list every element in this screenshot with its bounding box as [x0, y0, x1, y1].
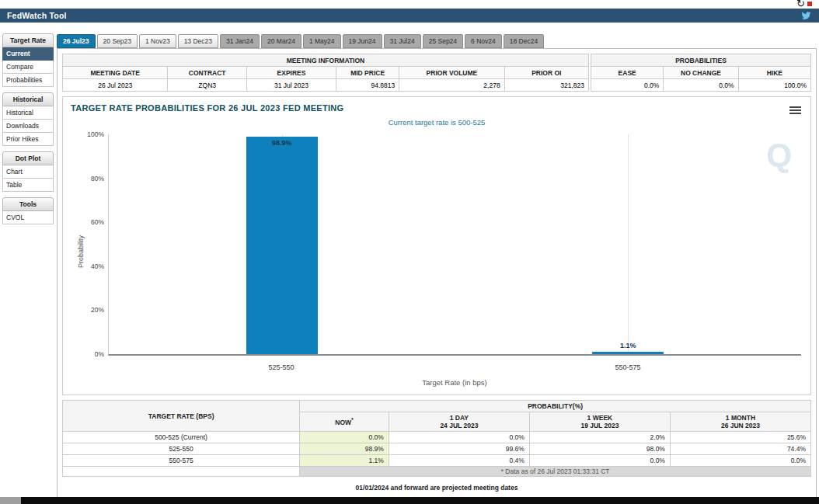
month-cell: 25.6%: [670, 432, 810, 443]
notification-badge: [807, 2, 812, 6]
sidebar-header-tools: Tools: [2, 197, 54, 211]
chart-menu-icon[interactable]: [788, 103, 803, 117]
week-cell: 2.0%: [529, 432, 670, 443]
x-category-525-550: 525-550: [108, 363, 455, 371]
tab-31-jan24[interactable]: 31 Jan24: [220, 34, 260, 48]
day-cell: 99.6%: [389, 443, 529, 455]
bottom-strip: [21, 497, 819, 504]
category-gridline: [628, 134, 629, 354]
sidebar-item-cvol[interactable]: CVOL: [2, 211, 54, 224]
data-as-of-footnote: * Data as of 26 Jul 2023 01:33:31 CT: [300, 467, 811, 477]
mid-price-value: 94.8813: [336, 79, 399, 92]
col-no-change: NO CHANGE: [664, 67, 738, 79]
week-cell: 98.0%: [529, 443, 670, 455]
sidebar-header-historical: Historical: [2, 92, 54, 106]
prior-oi-value: 321,823: [504, 79, 588, 92]
col-1-day: 1 DAY24 JUL 2023: [389, 412, 529, 432]
x-axis-label: Target Rate (in bps): [108, 378, 801, 387]
probability-chart: TARGET RATE PROBABILITIES FOR 26 JUL 202…: [62, 96, 811, 395]
titlebar: FedWatch Tool: [0, 9, 819, 23]
tab-1-may24[interactable]: 1 May24: [303, 34, 341, 48]
rate-cell: 500-525 (Current): [63, 432, 300, 443]
y-tick-20: 20%: [91, 306, 104, 314]
month-cell: 74.4%: [670, 443, 810, 455]
sidebar-item-historical[interactable]: Historical: [2, 106, 54, 120]
sidebar-item-chart[interactable]: Chart: [2, 165, 54, 179]
tab-19-jun24[interactable]: 19 Jun24: [343, 34, 382, 48]
sidebar: Target Rate Current Compare Probabilitie…: [2, 33, 54, 498]
rate-cell: 525-550: [63, 443, 300, 455]
chart-title: TARGET RATE PROBABILITIES FOR 26 JUL 202…: [71, 103, 343, 113]
meeting-info-title: MEETING INFORMATION: [63, 54, 589, 67]
group-header-probability: PROBABILITY(%): [300, 401, 811, 412]
sidebar-item-prior-hikes[interactable]: Prior Hikes: [2, 133, 54, 146]
y-tick-80: 80%: [91, 175, 104, 182]
now-cell: 1.1%: [300, 455, 389, 467]
table-row: 525-550 98.9% 99.6% 98.0% 74.4%: [63, 443, 811, 455]
col-1-week: 1 WEEK19 JUL 2023: [529, 412, 670, 432]
twitter-icon[interactable]: [800, 11, 812, 20]
tab-1-nov23[interactable]: 1 Nov23: [139, 34, 176, 48]
sidebar-item-compare[interactable]: Compare: [2, 61, 54, 74]
tab-25-sep24[interactable]: 25 Sep24: [423, 34, 463, 48]
col-mid-price: MID PRICE: [336, 67, 399, 79]
sidebar-section-dot-plot: Dot Plot Chart Table: [2, 151, 54, 192]
projected-dates-note: 01/01/2024 and forward are projected mee…: [62, 481, 811, 492]
week-cell: 0.0%: [529, 455, 670, 467]
footnote-spacer: [63, 467, 300, 477]
tab-6-nov24[interactable]: 6 Nov24: [465, 34, 502, 48]
bar-value-label-550-575: 1.1%: [620, 342, 636, 349]
sidebar-section-tools: Tools CVOL: [2, 197, 54, 224]
day-cell: 0.0%: [389, 432, 529, 443]
bottom-strip-left: [0, 497, 21, 504]
month-cell: 0.0%: [670, 455, 810, 467]
probabilities-title: PROBABILITIES: [591, 54, 811, 67]
y-tick-40: 40%: [91, 262, 104, 270]
bar-550-575: [592, 352, 664, 354]
sidebar-item-table[interactable]: Table: [2, 179, 54, 192]
main-panel: MEETING INFORMATION MEETING DATE CONTRAC…: [57, 48, 817, 498]
now-cell: 0.0%: [300, 432, 389, 443]
ease-value: 0.0%: [591, 79, 664, 92]
col-meeting-date: MEETING DATE: [63, 67, 168, 79]
y-axis-label: Probability: [77, 235, 85, 268]
expires-value: 31 Jul 2023: [246, 79, 336, 92]
col-expires: EXPIRES: [246, 67, 336, 79]
probability-history-table: TARGET RATE (BPS) PROBABILITY(%) NOW* 1 …: [62, 400, 811, 477]
tab-31-jul24[interactable]: 31 Jul24: [384, 34, 421, 48]
bar-value-label-525-550: 98.9%: [272, 139, 292, 147]
sidebar-item-current[interactable]: Current: [2, 47, 54, 61]
corner-header-target-rate-bps: TARGET RATE (BPS): [63, 401, 300, 432]
col-ease: EASE: [591, 67, 664, 79]
tab-20-sep23[interactable]: 20 Sep23: [97, 34, 138, 48]
col-prior-volume: PRIOR VOLUME: [399, 67, 504, 79]
meeting-date-value: 26 Jul 2023: [63, 79, 168, 92]
rate-cell: 550-575: [63, 455, 300, 467]
plot-area: 0% 20% 40% 60% 80% 100% Q 98.9%: [108, 134, 801, 356]
col-1-month: 1 MONTH26 JUN 2023: [670, 412, 810, 432]
refresh-icon[interactable]: ↻: [796, 0, 805, 9]
col-hike: HIKE: [738, 67, 810, 79]
app-title: FedWatch Tool: [7, 11, 67, 20]
bar-525-550: [246, 137, 318, 354]
fedwatch-page: ↻ FedWatch Tool Target Rate Current Comp…: [0, 0, 819, 504]
probabilities-table: PROBABILITIES EASE NO CHANGE HIKE 0.0% 0…: [591, 54, 811, 92]
table-row: 500-525 (Current) 0.0% 0.0% 2.0% 25.6%: [63, 432, 811, 443]
y-tick-100: 100%: [87, 130, 104, 138]
meeting-date-tabs: 26 Jul23 20 Sep23 1 Nov23 13 Dec23 31 Ja…: [57, 33, 817, 48]
now-cell: 98.9%: [300, 443, 389, 455]
tab-18-dec24[interactable]: 18 Dec24: [504, 34, 544, 48]
col-prior-oi: PRIOR OI: [504, 67, 588, 79]
tab-13-dec23[interactable]: 13 Dec23: [178, 34, 218, 48]
table-row: 550-575 1.1% 0.4% 0.0% 0.0%: [63, 455, 811, 467]
meeting-information-table: MEETING INFORMATION MEETING DATE CONTRAC…: [62, 54, 589, 92]
y-tick-0: 0%: [95, 350, 104, 358]
x-category-550-575: 550-575: [455, 363, 801, 371]
sidebar-item-probabilities[interactable]: Probabilities: [2, 74, 54, 87]
bar-slot-525-550: 98.9%: [109, 134, 455, 354]
sidebar-item-downloads[interactable]: Downloads: [2, 120, 54, 133]
tab-26-jul23[interactable]: 26 Jul23: [57, 34, 96, 48]
tab-20-mar24[interactable]: 20 Mar24: [261, 34, 301, 48]
no-change-value: 0.0%: [664, 79, 738, 92]
top-strip: ↻: [0, 0, 819, 9]
